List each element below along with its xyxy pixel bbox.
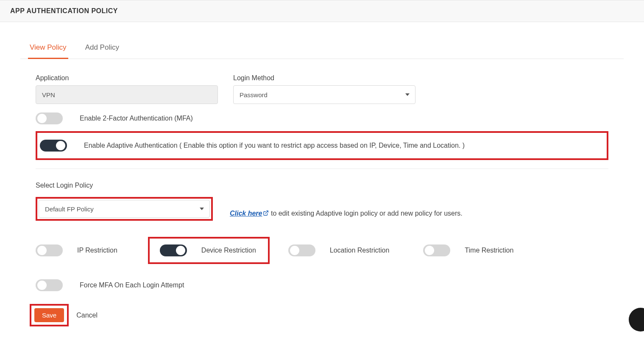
edit-policy-text: Click here to edit existing Adaptive log… [230, 210, 463, 221]
location-restriction-label: Location Restriction [330, 247, 390, 254]
page-title: APP AUTHENTICATION POLICY [10, 7, 634, 15]
login-policy-select[interactable]: Default FP Policy [39, 200, 210, 218]
external-link-icon [263, 210, 269, 216]
toggle-knob-icon [176, 246, 185, 255]
toggle-knob-icon [37, 246, 47, 255]
section-divider [36, 169, 608, 169]
svg-line-0 [265, 211, 268, 214]
location-restriction-toggle[interactable] [288, 244, 315, 256]
cancel-button[interactable]: Cancel [76, 312, 98, 319]
application-input[interactable] [36, 85, 218, 104]
ip-restriction-label: IP Restriction [77, 247, 117, 254]
toggle-knob-icon [425, 246, 434, 255]
device-restriction-toggle[interactable] [160, 244, 187, 256]
login-method-select[interactable]: Password [233, 85, 415, 104]
click-here-link[interactable]: Click here [230, 210, 269, 217]
toggle-knob-icon [37, 281, 47, 290]
save-button-highlight: Save [30, 304, 69, 326]
select-login-policy-label: Select Login Policy [36, 182, 608, 189]
application-label: Application [36, 74, 218, 82]
tab-add-policy[interactable]: Add Policy [84, 39, 121, 59]
login-policy-highlight: Default FP Policy [36, 197, 213, 221]
device-restriction-label: Device Restriction [201, 247, 256, 254]
ip-restriction-toggle[interactable] [36, 244, 63, 256]
adaptive-auth-highlight: Enable Adaptive Authentication ( Enable … [36, 131, 608, 160]
force-mfa-toggle[interactable] [36, 279, 63, 291]
tab-view-policy[interactable]: View Policy [28, 39, 68, 59]
force-mfa-label: Force MFA On Each Login Attempt [80, 281, 184, 289]
save-button[interactable]: Save [34, 308, 64, 322]
toggle-knob-icon [290, 246, 299, 255]
toggle-knob-icon [56, 141, 65, 150]
tabs: View Policy Add Policy [20, 39, 624, 59]
adaptive-auth-toggle[interactable] [40, 140, 67, 152]
time-restriction-label: Time Restriction [465, 247, 513, 254]
mfa-toggle[interactable] [36, 112, 63, 124]
adaptive-auth-toggle-label: Enable Adaptive Authentication ( Enable … [84, 142, 465, 149]
mfa-toggle-label: Enable 2-Factor Authentication (MFA) [80, 115, 193, 122]
device-restriction-highlight: Device Restriction [148, 237, 270, 264]
toggle-knob-icon [37, 114, 47, 123]
login-method-label: Login Method [233, 74, 415, 82]
time-restriction-toggle[interactable] [423, 244, 450, 256]
